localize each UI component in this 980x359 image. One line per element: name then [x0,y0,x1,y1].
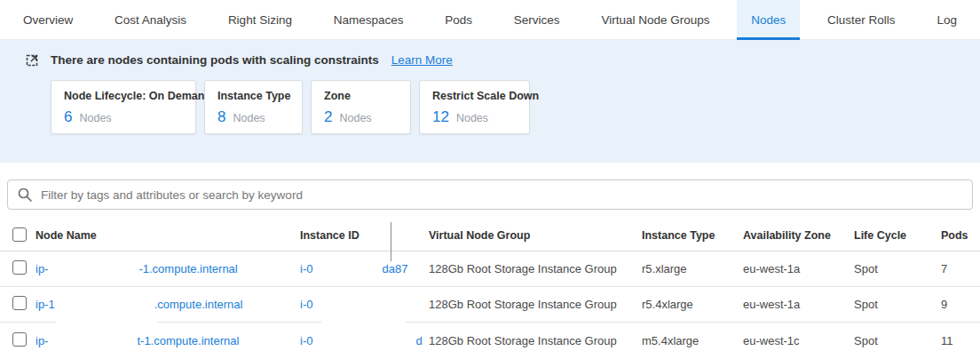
row-checkbox[interactable] [12,296,27,310]
instance-type-cell: r5.4xlarge [642,298,743,311]
instance-id-link[interactable]: i-0 [300,334,312,347]
instance-id-link[interactable]: d [415,334,422,347]
tab-right-sizing[interactable]: Right Sizing [214,0,306,39]
redaction-box [48,344,137,345]
node-name-link[interactable]: -1.compute.internal [138,262,237,275]
search-input[interactable] [41,188,963,202]
availability-zone-cell: eu-west-1a [743,298,854,311]
tab-bar: Overview Cost Analysis Right Sizing Name… [0,0,980,40]
filter-search-box [7,180,973,210]
card-instance-type[interactable]: Instance Type 8 Nodes [204,80,303,134]
card-value: 8 [217,108,225,126]
card-unit: Nodes [233,112,265,124]
instance-type-cell: m5.4xlarge [642,334,743,347]
tab-cost-analysis[interactable]: Cost Analysis [100,0,201,39]
card-value: 2 [324,108,332,126]
tab-virtual-node-groups[interactable]: Virtual Node Groups [587,0,723,39]
instance-id-link[interactable]: da87 [382,262,407,275]
scaling-constraints-banner: There are nodes containing pods with sca… [0,40,980,163]
life-cycle-cell: Spot [854,298,941,311]
col-pods[interactable]: Pods [941,229,980,242]
col-instance-id[interactable]: Instance ID [300,229,429,242]
availability-zone-cell: eu-west-1a [743,262,854,275]
pods-cell: 11 [941,334,980,347]
card-unit: Nodes [456,112,488,124]
card-title: Restrict Scale Down [432,90,517,102]
redaction-box [312,344,415,345]
pods-cell: 9 [941,298,980,311]
node-name-link[interactable]: .compute.internal [154,298,243,311]
redaction-box [55,307,154,308]
banner-text: There are nodes containing pods with sca… [51,53,379,67]
col-node-name[interactable]: Node Name [36,229,300,242]
tab-cluster-rolls[interactable]: Cluster Rolls [813,0,910,39]
col-life-cycle[interactable]: Life Cycle [854,229,941,242]
instance-type-cell: r5.xlarge [642,262,743,275]
nodes-table: Node Name Instance ID Virtual Node Group… [0,220,980,358]
redaction-box [56,320,157,323]
card-zone[interactable]: Zone 2 Nodes [311,80,411,134]
tab-namespaces[interactable]: Namespaces [320,0,418,39]
card-node-lifecycle-on-demand[interactable]: Node Lifecycle: On Demand 6 Nodes [51,80,196,134]
col-availability-zone[interactable]: Availability Zone [743,229,854,242]
table-row: ip-1.compute.internal i-0 128Gb Root Sto… [0,287,980,323]
row-checkbox[interactable] [12,332,27,347]
table-row: ip--1.compute.internal i-0da87 128Gb Roo… [0,251,980,287]
pods-cell: 7 [941,262,980,275]
tab-log[interactable]: Log [922,0,971,39]
redaction-box [48,272,138,273]
row-checkbox[interactable] [12,260,27,275]
card-title: Node Lifecycle: On Demand [64,90,183,102]
tab-nodes[interactable]: Nodes [737,0,800,39]
card-restrict-scale-down[interactable]: Restrict Scale Down 12 Nodes [419,80,530,134]
search-icon [17,187,33,203]
tab-services[interactable]: Services [500,0,574,39]
instance-id-link[interactable]: i-0 [300,262,312,275]
table-header-row: Node Name Instance ID Virtual Node Group… [0,220,980,251]
life-cycle-cell: Spot [854,262,941,275]
redaction-box [312,272,382,273]
col-virtual-node-group[interactable]: Virtual Node Group [429,229,642,242]
card-value: 6 [64,108,72,126]
vng-cell: 128Gb Root Storage Instance Group [429,298,642,311]
tab-pods[interactable]: Pods [431,0,486,39]
card-title: Instance Type [217,90,289,102]
constraint-cards: Node Lifecycle: On Demand 6 Nodes Instan… [51,80,980,134]
card-unit: Nodes [79,112,111,124]
instance-id-link[interactable]: i-0 [300,298,312,311]
vng-cell: 128Gb Root Storage Instance Group [429,334,642,347]
node-name-link[interactable]: t-1.compute.internal [137,334,239,347]
banner-message-row: There are nodes containing pods with sca… [25,52,980,68]
card-title: Zone [324,90,398,102]
tab-overview[interactable]: Overview [9,0,87,39]
life-cycle-cell: Spot [854,334,941,347]
table-row: ip-t-1.compute.internal i-0d 128Gb Root … [0,323,980,358]
col-instance-type[interactable]: Instance Type [642,229,743,242]
node-name-link[interactable]: ip- [36,334,48,347]
redaction-box [321,320,406,323]
learn-more-link[interactable]: Learn More [391,53,453,67]
availability-zone-cell: eu-west-1c [743,334,854,347]
scale-out-icon [25,52,40,68]
vng-cell: 128Gb Root Storage Instance Group [429,262,642,275]
card-value: 12 [432,108,449,126]
node-name-link[interactable]: ip-1 [36,298,55,311]
select-all-checkbox[interactable] [12,227,27,242]
node-name-link[interactable]: ip- [36,262,48,275]
card-unit: Nodes [339,112,371,124]
